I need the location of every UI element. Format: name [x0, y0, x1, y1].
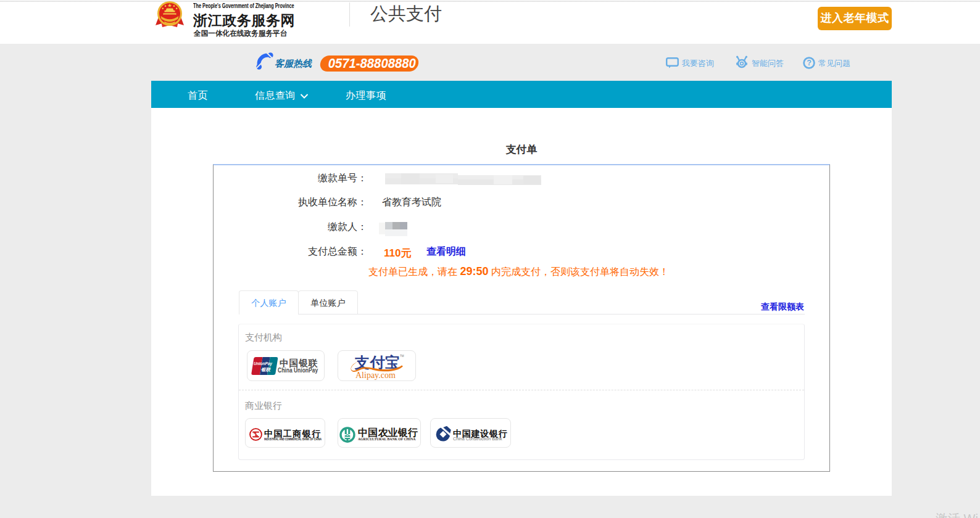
svg-text:?: ? — [807, 59, 812, 67]
svg-text:银联: 银联 — [261, 367, 272, 372]
svg-text:UnionPay: UnionPay — [254, 361, 272, 366]
